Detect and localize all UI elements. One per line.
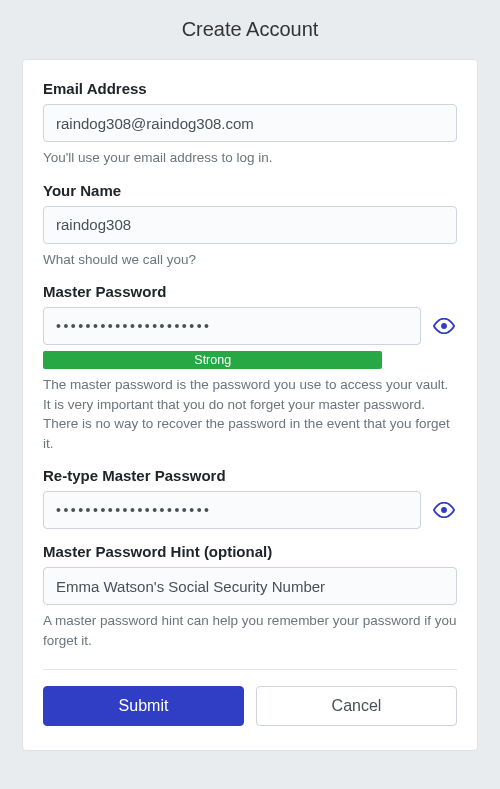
email-label: Email Address — [43, 80, 457, 97]
name-label: Your Name — [43, 182, 457, 199]
toggle-retype-visibility-button[interactable] — [431, 500, 457, 520]
retype-password-group: Re-type Master Password — [43, 467, 457, 529]
create-account-form: Email Address You'll use your email addr… — [22, 59, 478, 751]
name-input[interactable] — [43, 206, 457, 244]
name-group: Your Name What should we call you? — [43, 182, 457, 270]
retype-password-input[interactable] — [43, 491, 421, 529]
hint-label: Master Password Hint (optional) — [43, 543, 457, 560]
retype-password-label: Re-type Master Password — [43, 467, 457, 484]
toggle-password-visibility-button[interactable] — [431, 316, 457, 336]
email-input[interactable] — [43, 104, 457, 142]
password-strength-bar: Strong — [43, 351, 382, 369]
master-password-label: Master Password — [43, 283, 457, 300]
email-group: Email Address You'll use your email addr… — [43, 80, 457, 168]
svg-point-0 — [441, 323, 447, 329]
hint-group: Master Password Hint (optional) A master… — [43, 543, 457, 650]
email-help: You'll use your email address to log in. — [43, 148, 457, 168]
hint-input[interactable] — [43, 567, 457, 605]
svg-point-1 — [441, 507, 447, 513]
eye-icon — [433, 318, 455, 334]
master-password-input[interactable] — [43, 307, 421, 345]
divider — [43, 669, 457, 670]
master-password-help: The master password is the password you … — [43, 375, 457, 453]
hint-help: A master password hint can help you reme… — [43, 611, 457, 650]
submit-button[interactable]: Submit — [43, 686, 244, 726]
eye-icon — [433, 502, 455, 518]
cancel-button[interactable]: Cancel — [256, 686, 457, 726]
page-title: Create Account — [22, 18, 478, 41]
button-row: Submit Cancel — [43, 686, 457, 726]
master-password-group: Master Password Strong The master passwo… — [43, 283, 457, 453]
name-help: What should we call you? — [43, 250, 457, 270]
